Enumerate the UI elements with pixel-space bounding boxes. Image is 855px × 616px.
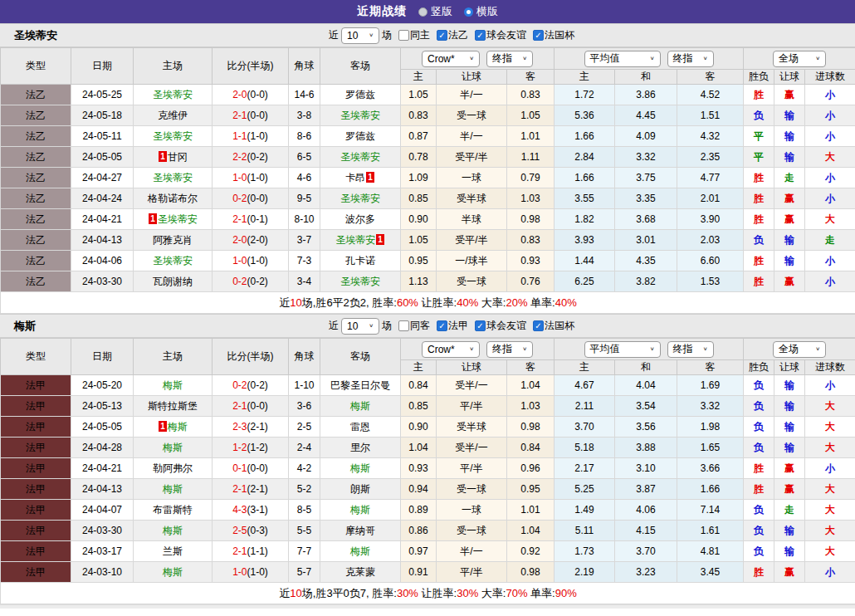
match-count-select-value: 10 bbox=[347, 30, 358, 42]
handicap-odds-cell: 0.84 bbox=[507, 438, 555, 458]
corner-cell: 5-2 bbox=[289, 479, 320, 500]
checked-checkbox-icon: ✓ bbox=[533, 320, 544, 331]
result-cell: 胜 bbox=[744, 188, 774, 209]
handicap-odds-cell: 0.98 bbox=[507, 562, 555, 583]
same-venue-checkbox[interactable]: 同主 bbox=[398, 28, 430, 42]
handicap-odds-cell: 受半球 bbox=[437, 188, 507, 209]
home-header: 主场 bbox=[134, 339, 213, 375]
final-odds-select[interactable]: 终指∨ bbox=[486, 341, 533, 358]
result-cell: 胜 bbox=[744, 85, 774, 105]
average-odds-cell: 4.67 bbox=[555, 375, 615, 396]
league-checkbox[interactable]: ✓法甲 bbox=[437, 319, 468, 333]
league-checkbox[interactable]: ✓球会友谊 bbox=[475, 28, 526, 42]
result-cell: 负 bbox=[744, 396, 774, 417]
handicap-odds-cell: 受平/半 bbox=[437, 147, 507, 168]
league-type-cell: 法甲 bbox=[1, 417, 71, 438]
red-card-badge: 1 bbox=[159, 151, 167, 162]
full-match-select-value: 全场 bbox=[779, 51, 799, 66]
team-label: 甘冈 bbox=[168, 151, 188, 163]
match-row: 法乙24-05-25圣埃蒂安2-0(0-0)14-6罗德兹1.05半/一0.83… bbox=[1, 85, 855, 105]
corner-header: 角球 bbox=[289, 48, 320, 85]
team-label: 兰斯 bbox=[163, 545, 183, 557]
date-cell: 24-04-07 bbox=[71, 500, 134, 521]
date-cell: 24-05-11 bbox=[71, 126, 134, 147]
match-count-select[interactable]: 10∨ bbox=[341, 27, 379, 44]
dropdown-caret-icon: ∨ bbox=[815, 346, 820, 352]
result-cell: 胜 bbox=[744, 479, 774, 500]
handicap-odds-cell: 平/半 bbox=[437, 458, 507, 479]
handicap-odds-cell: 0.96 bbox=[507, 458, 555, 479]
final-average-select[interactable]: 终指∨ bbox=[667, 341, 714, 358]
final-odds-select[interactable]: 终指∨ bbox=[486, 51, 533, 67]
away-team-cell: 巴黎圣日尔曼 bbox=[320, 375, 401, 396]
layout-radio-vertical[interactable]: 竖版 bbox=[418, 4, 452, 19]
handicap-odds-cell: 0.93 bbox=[507, 251, 555, 271]
result-cell: 输 bbox=[774, 105, 805, 126]
same-venue-checkbox[interactable]: 同客 bbox=[398, 319, 430, 333]
league-checkbox[interactable]: ✓法国杯 bbox=[533, 28, 574, 42]
average-odds-select[interactable]: 平均值∨ bbox=[584, 51, 661, 67]
handicap-odds-cell: 0.85 bbox=[401, 396, 437, 417]
dropdown-caret-icon: ∨ bbox=[469, 346, 474, 352]
corner-cell: 3-6 bbox=[289, 396, 320, 417]
type-header: 类型 bbox=[1, 48, 71, 85]
home-team-cell: 兰斯 bbox=[134, 541, 213, 562]
result-cell: 走 bbox=[805, 230, 855, 251]
result-cell: 负 bbox=[744, 105, 774, 126]
handicap-odds-cell: 1.01 bbox=[507, 500, 555, 521]
final-average-select-value: 终指 bbox=[673, 51, 693, 66]
average-odds-cell: 3.32 bbox=[615, 147, 677, 168]
away-header: 客场 bbox=[320, 339, 401, 375]
full-match-select[interactable]: 全场∨ bbox=[773, 341, 826, 358]
away-team-cell: 圣埃蒂安 bbox=[320, 147, 401, 168]
league-type-cell: 法甲 bbox=[1, 500, 71, 521]
average-odds-cell: 2.03 bbox=[677, 230, 744, 251]
corner-cell: 4-6 bbox=[289, 168, 320, 188]
sub-column-header: 进球数 bbox=[805, 360, 855, 375]
final-average-select[interactable]: 终指∨ bbox=[667, 51, 714, 67]
away-team-cell: 波尔多 bbox=[320, 209, 401, 230]
league-checkbox[interactable]: ✓法乙 bbox=[437, 28, 468, 42]
match-count-select[interactable]: 10∨ bbox=[341, 318, 379, 335]
dropdown-caret-icon: ∨ bbox=[469, 56, 474, 61]
full-match-select[interactable]: 全场∨ bbox=[773, 51, 826, 67]
handicap-odds-cell: 0.91 bbox=[401, 562, 437, 583]
match-row: 法乙24-04-27圣埃蒂安1-0(1-0)4-6卡昂11.09一球0.791.… bbox=[1, 168, 855, 188]
team-label: 圣埃蒂安 bbox=[340, 193, 380, 204]
average-odds-cell: 4.77 bbox=[677, 168, 744, 188]
average-odds-cell: 4.15 bbox=[615, 521, 677, 541]
match-row: 法甲24-03-10梅斯1-0(1-0)5-7克莱蒙0.91平/半0.982.1… bbox=[1, 562, 855, 583]
sub-column-header: 主 bbox=[555, 70, 615, 85]
odds-source-select[interactable]: Crow*∨ bbox=[422, 51, 480, 67]
type-header: 类型 bbox=[1, 339, 71, 375]
odds-source-select[interactable]: Crow*∨ bbox=[422, 341, 480, 358]
average-odds-cell: 3.86 bbox=[615, 85, 677, 105]
handicap-odds-cell: 半/一 bbox=[437, 85, 507, 105]
home-team-cell: 梅斯 bbox=[134, 521, 213, 541]
matches-label: 场 bbox=[382, 319, 392, 333]
halftime-score: (1-2) bbox=[247, 442, 268, 453]
away-team-cell: 圣埃蒂安 bbox=[320, 188, 401, 209]
halftime-score: (0-1) bbox=[247, 213, 268, 225]
average-odds-select[interactable]: 平均值∨ bbox=[584, 341, 661, 358]
league-checkbox[interactable]: ✓法国杯 bbox=[533, 319, 574, 333]
average-odds-cell: 3.01 bbox=[615, 230, 677, 251]
result-cell: 负 bbox=[744, 230, 774, 251]
result-cell: 走 bbox=[774, 168, 805, 188]
match-row: 法甲24-05-20梅斯0-2(0-2)1-10巴黎圣日尔曼0.84受半/一1.… bbox=[1, 375, 855, 396]
date-cell: 24-04-21 bbox=[71, 209, 134, 230]
halftime-score: (3-1) bbox=[247, 504, 268, 516]
same-venue-checkbox-label: 同主 bbox=[410, 28, 430, 42]
layout-radio-horizontal[interactable]: 横版 bbox=[464, 4, 498, 19]
fulltime-score: 2-0 bbox=[232, 89, 247, 100]
score-cell: 2-1(0-0) bbox=[213, 105, 289, 126]
team-label: 梅斯 bbox=[350, 504, 370, 516]
dropdown-caret-icon: ∨ bbox=[703, 56, 708, 61]
league-checkbox[interactable]: ✓球会友谊 bbox=[475, 319, 526, 333]
average-odds-select-value: 平均值 bbox=[590, 342, 620, 356]
home-team-cell: 梅斯 bbox=[134, 375, 213, 396]
average-odds-group-header: 平均值∨终指∨ bbox=[555, 339, 744, 360]
average-odds-cell: 3.68 bbox=[615, 209, 677, 230]
home-team-cell: 圣埃蒂安 bbox=[134, 251, 213, 271]
sub-column-header: 主 bbox=[401, 70, 437, 85]
